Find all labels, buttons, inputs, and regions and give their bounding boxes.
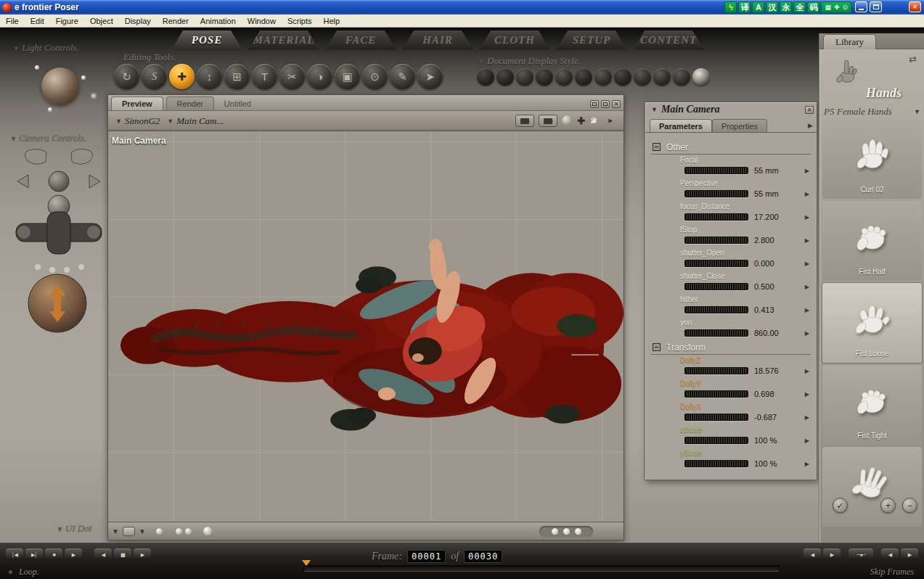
hand-camera-icon[interactable] — [589, 115, 599, 127]
minimize-button[interactable] — [855, 1, 867, 12]
style-flat-shaded-button[interactable] — [575, 68, 592, 86]
param-dial[interactable] — [684, 367, 748, 374]
apply-library-button[interactable]: ✓ — [833, 498, 848, 513]
view-magnifier-tool-button[interactable]: ⊙ — [362, 64, 388, 89]
step-back-button[interactable]: ◀ — [804, 549, 821, 560]
chevron-down-icon[interactable]: ▼ — [112, 527, 119, 535]
pane-dot[interactable] — [552, 528, 558, 535]
param-dial[interactable] — [684, 167, 748, 174]
current-frame-field[interactable]: 00001 — [407, 550, 446, 563]
direct-manipulation-tool-button[interactable]: ➤ — [417, 64, 443, 89]
prev-frame-button[interactable]: ◀ — [94, 549, 112, 560]
view-pane-selector[interactable] — [539, 526, 593, 537]
library-item[interactable]: Fist Tight — [822, 365, 922, 445]
chain-break-tool-button[interactable]: ✂ — [279, 64, 305, 89]
light-brightness-icon[interactable]: ✳ — [90, 91, 97, 101]
param-options-icon[interactable]: ▶ — [805, 414, 809, 421]
morphing-tool-button[interactable]: ✎ — [390, 64, 415, 89]
library-item-selected[interactable]: Fist Loose — [822, 283, 922, 363]
library-item[interactable]: Fist Half — [822, 201, 922, 281]
step-forward-button[interactable]: ▶ — [823, 549, 841, 560]
camera-view-button[interactable] — [515, 115, 534, 127]
playhead-marker[interactable] — [302, 560, 311, 566]
menu-window[interactable]: Window — [242, 15, 282, 27]
ime-key-1[interactable]: A — [752, 1, 764, 13]
style-wireframe-button[interactable] — [516, 68, 533, 86]
param-options-icon[interactable]: ▶ — [805, 260, 809, 267]
hands-category-icon[interactable] — [831, 57, 863, 89]
menu-figure[interactable]: Figure — [50, 15, 84, 27]
light-dot[interactable] — [48, 107, 52, 112]
pane-dot[interactable] — [575, 528, 581, 535]
viewport-canvas[interactable]: Main Camera — [108, 131, 624, 523]
param-options-icon[interactable]: ▶ — [805, 284, 809, 290]
room-tab-material[interactable]: MATERIAL — [242, 30, 325, 50]
style-flat-lined-button[interactable] — [594, 68, 612, 86]
style-outline-button[interactable] — [496, 68, 514, 86]
figure-select-menu[interactable]: ▼SimonG2 — [115, 115, 160, 127]
room-tab-hair[interactable]: HAIR — [396, 30, 479, 50]
next-key-button[interactable]: ▶ — [901, 549, 918, 560]
camera-select-menu[interactable]: ▼Main Cam... — [167, 115, 224, 127]
tracking-ball-icon[interactable] — [156, 528, 163, 535]
taper-tool-button[interactable]: T — [252, 64, 277, 89]
remove-from-library-button[interactable]: − — [902, 498, 917, 513]
library-tab[interactable]: Library — [823, 34, 876, 49]
ime-key-4[interactable]: 全 — [793, 1, 806, 13]
palette-titlebar[interactable]: ▼ Main Camera ✕ — [645, 102, 817, 117]
translate-in-out-tool-button[interactable]: ↕ — [197, 64, 222, 89]
param-dial[interactable] — [684, 237, 748, 244]
param-dial[interactable] — [684, 329, 748, 337]
param-dial[interactable] — [684, 190, 748, 197]
style-hidden-line-button[interactable] — [536, 68, 553, 86]
library-swap-icon[interactable]: ⇄ — [909, 54, 917, 65]
param-options-icon[interactable]: ▶ — [805, 438, 809, 444]
restore-button[interactable] — [870, 1, 882, 12]
twist-tool-button[interactable]: S — [142, 64, 167, 89]
palette-menu-icon[interactable]: ▼ — [651, 106, 658, 113]
chevron-down-icon[interactable]: ▼ — [139, 527, 146, 535]
param-options-icon[interactable]: ▶ — [805, 191, 809, 197]
play-button[interactable]: ▶ — [65, 549, 82, 560]
param-options-icon[interactable]: ▶ — [805, 214, 809, 221]
collapse-icon[interactable] — [653, 343, 661, 351]
pause-button[interactable]: ▮▮ — [114, 549, 131, 560]
language-bar[interactable]: ϟ 译 A 汉 永 全 码 ▦ ✚ ⊙ — [724, 1, 851, 13]
style-silhouette-button[interactable] — [477, 68, 494, 86]
camera-controls-cluster[interactable] — [12, 145, 106, 340]
param-options-icon[interactable]: ▶ — [805, 368, 809, 374]
tab-preview[interactable]: Preview — [111, 96, 163, 110]
param-options-icon[interactable]: ▶ — [805, 330, 809, 337]
tracking-ball-icon[interactable] — [203, 527, 212, 535]
style-smooth-shaded-button[interactable] — [653, 68, 671, 86]
param-dial[interactable] — [684, 213, 748, 221]
rotate-tool-button[interactable]: ↻ — [114, 64, 139, 89]
light-dot[interactable] — [35, 65, 39, 70]
trackball-icon[interactable] — [562, 115, 573, 126]
room-tab-content[interactable]: CONTENT — [627, 30, 710, 50]
camera-flyaround-button[interactable] — [539, 115, 557, 127]
room-tab-pose[interactable]: POSE — [165, 30, 248, 50]
ime-key-2[interactable]: 汉 — [766, 1, 778, 13]
style-cartoon-with-line-button[interactable] — [634, 68, 651, 86]
tab-properties[interactable]: Properties — [712, 119, 767, 132]
dock-window-button[interactable] — [601, 100, 610, 108]
frame-rocker[interactable]: ─●─ — [849, 549, 873, 560]
param-options-icon[interactable]: ▶ — [805, 168, 809, 174]
stop-button[interactable]: ■ — [45, 549, 62, 560]
param-dial[interactable] — [684, 437, 748, 444]
param-dial[interactable] — [684, 390, 748, 398]
tracking-ball-icon[interactable] — [176, 528, 182, 535]
menu-object[interactable]: Object — [84, 15, 119, 27]
float-window-button[interactable] — [590, 100, 599, 108]
color-tool-button[interactable]: ◑ — [307, 64, 332, 89]
window-titlebar[interactable]: e frontier Poser ϟ 译 A 汉 永 全 码 ▦ ✚ ⊙ × — [0, 0, 924, 15]
library-item[interactable]: Curl 02 — [822, 119, 922, 199]
next-frame-button[interactable]: ▶ — [134, 549, 151, 560]
menu-scripts[interactable]: Scripts — [282, 15, 318, 27]
add-to-library-button[interactable]: + — [880, 498, 896, 513]
translate-pull-tool-button[interactable]: ✚ — [169, 64, 195, 89]
ime-toolbar[interactable]: ▦ ✚ ⊙ — [821, 1, 851, 13]
ime-move-icon[interactable]: ✚ — [834, 4, 840, 11]
section-other[interactable]: Other — [651, 140, 811, 155]
